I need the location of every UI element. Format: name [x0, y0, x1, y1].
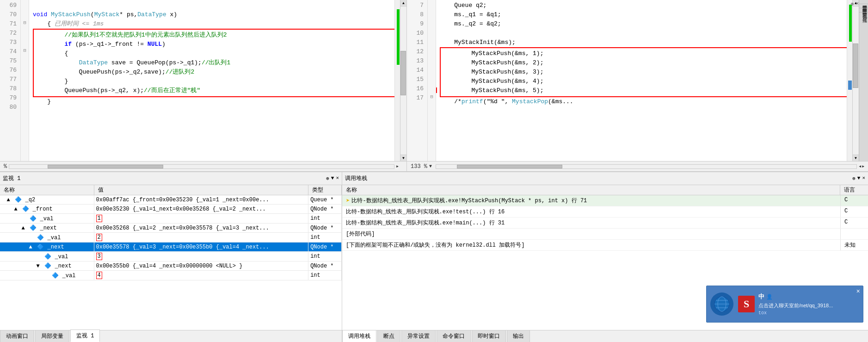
callstack-lang-5: 未知	[840, 240, 868, 250]
notif-close-btn[interactable]: ×	[856, 288, 860, 295]
callstack-row-1[interactable]: ➤ 比特-数据结构_线性表_用队列实现栈.exe!MyStackPush(MyS…	[342, 195, 868, 206]
tab-animation[interactable]: 动画窗口	[0, 330, 34, 342]
close-icon-right[interactable]: ×	[856, 1, 859, 7]
sidebar-item-class[interactable]: 类视图	[859, 8, 868, 12]
watch-type-next3: QNode *	[308, 261, 342, 271]
watch-col-name: 名称	[0, 185, 94, 195]
watch-name-val4: 🔷 _val	[0, 271, 94, 280]
callstack-panel: 调用堆栈 ⊕ ▼ × 名称 语言 ➤ 比特-数据结构_线性表_用队列实现栈.ex…	[342, 171, 868, 342]
hscroll-thumb-left[interactable]	[48, 165, 163, 168]
zoom-dropdown-right[interactable]: ▼	[429, 164, 432, 169]
collapse-icon-73[interactable]: ⊟	[21, 46, 29, 56]
expand-front[interactable]: ▲	[12, 206, 19, 212]
green-indicator	[397, 9, 400, 65]
watch-value-q2: 0x00aff7ac {_front=0x00e35230 {_val=1 _n…	[94, 195, 308, 205]
status-bar-left: % ►	[0, 161, 406, 171]
hscroll-thumb-right[interactable]	[457, 165, 562, 168]
tab-exceptions[interactable]: 异常设置	[401, 330, 436, 342]
callstack-row-2[interactable]: 比特-数据结构_线性表_用队列实现栈.exe!test(...) 行 16 C	[342, 206, 868, 218]
hscroll-left-right[interactable]: ◄	[859, 164, 861, 168]
tab-callstack[interactable]: 调用堆栈	[342, 330, 376, 342]
notif-icon-bg	[710, 292, 733, 316]
table-row[interactable]: 🔷 _val 3 int	[0, 252, 342, 261]
watch-close-icon[interactable]: ×	[336, 175, 339, 181]
callstack-pin-icon[interactable]: ⊕	[852, 175, 856, 181]
watch-name-val2: 🔷 _val	[0, 233, 94, 243]
callstack-lang-3: C	[840, 218, 868, 228]
watch-name-q2: ▲ 🔷 _q2	[0, 195, 94, 205]
tab-watch1[interactable]: 监视 1	[70, 330, 100, 342]
tab-immediate[interactable]: 即时窗口	[472, 330, 506, 342]
sidebar-item-props[interactable]: 属性	[859, 12, 868, 16]
watch-value-val3: 3	[94, 252, 308, 261]
hscroll-left[interactable]	[9, 164, 394, 169]
table-row[interactable]: 🔷 _val 4 int	[0, 271, 342, 280]
hscroll-right-right[interactable]: ►	[862, 164, 864, 168]
code-panel-left: 69 70 71 72 73 74 75 76 77 78 79 80 ⊟ ⊟	[0, 0, 407, 171]
green-indicator-right	[849, 5, 852, 42]
callstack-row-4[interactable]: [外部代码]	[342, 229, 868, 240]
callstack-lang-1: C	[840, 195, 868, 206]
callstack-arrow-icon[interactable]: ▼	[857, 175, 861, 181]
code-line-77: }	[36, 77, 394, 86]
table-row[interactable]: ▲ 🔷 _next 0x00e35578 {_val=3 _next=0x00e…	[0, 243, 342, 252]
tab-command[interactable]: 命令窗口	[437, 330, 471, 342]
sidebar-item-team[interactable]: 团队资源管理器	[859, 4, 868, 8]
watch-type-q2: Queue *	[308, 195, 342, 205]
expand-q2[interactable]: ▲	[5, 197, 12, 203]
code-content-left[interactable]: void MyStackPush(MyStack* ps,DataType x)…	[29, 0, 400, 161]
hscroll-right[interactable]	[436, 164, 857, 169]
code-line-74: {	[36, 49, 394, 58]
callstack-col-name: 名称	[342, 185, 840, 195]
vscroll-right[interactable]: ▲ ▼	[852, 0, 859, 161]
scroll-track-right	[853, 6, 859, 155]
table-row[interactable]: ▲ 🔷 _q2 0x00aff7ac {_front=0x00e35230 {_…	[0, 195, 342, 205]
tab-breakpoints[interactable]: 断点	[377, 330, 400, 342]
scroll-thumb-right[interactable]	[853, 44, 858, 88]
hscroll-right-left[interactable]: ►	[396, 164, 403, 168]
table-row[interactable]: ▼ 🔷 _next 0x00e355b0 {_val=4 _next=0x000…	[0, 261, 342, 271]
code-line-r10	[440, 29, 849, 38]
table-row[interactable]: ▲ 🔷 _front 0x00e35230 {_val=1_next=0x00e…	[0, 205, 342, 214]
globe-icon	[714, 296, 730, 312]
expand-next3[interactable]: ▼	[35, 263, 41, 269]
watch-arrow-icon[interactable]: ▼	[331, 175, 334, 181]
callstack-row-5[interactable]: [下面的框架可能不正确和/或缺失，没有为 kernel32.dll 加载符号] …	[342, 240, 868, 251]
collapse-icon-70[interactable]: ⊟	[21, 19, 29, 28]
callstack-lang-4	[840, 229, 868, 239]
code-line-r15: MyStackPush(&ms, 4);	[443, 77, 846, 86]
callstack-title-text: 调用堆栈	[345, 174, 367, 182]
callstack-close-icon[interactable]: ×	[862, 175, 865, 181]
code-line-73: if (ps->_q1->_front != NULL)	[36, 40, 394, 49]
status-bar-right: 133 % ▼ ◄ ►	[407, 161, 868, 171]
scroll-up-left[interactable]: ▲	[400, 0, 406, 6]
collapse-icon-17[interactable]: ⊟	[428, 93, 436, 102]
expand-next2[interactable]: ▲	[27, 244, 34, 250]
watch-pin-icon[interactable]: ⊕	[326, 175, 329, 181]
code-line-r14: MyStackPush(&ms, 3);	[443, 68, 846, 77]
watch-value-val4: 4	[94, 271, 308, 280]
pin-icon-right[interactable]: ⊕	[851, 1, 854, 7]
code-line-75: DataType save = QueuePop(ps->_q1);//出队列1	[36, 58, 394, 68]
sidebar-item-explorer[interactable]: 解决方案资源管理器	[859, 0, 868, 4]
blue-thumb-right[interactable]	[848, 81, 852, 90]
scroll-track-left	[400, 6, 406, 155]
vscroll-left[interactable]: ▲ ▼	[400, 0, 406, 161]
table-row[interactable]: ▲ 🔷 _next 0x00e35268 {_val=2 _next=0x00e…	[0, 224, 342, 233]
watch-panel-tabs: 动画窗口 局部变量 监视 1	[0, 330, 342, 342]
callstack-row-3[interactable]: 比特-数据结构_线性表_用队列实现栈.exe!main(...) 行 31 C	[342, 218, 868, 229]
tab-output[interactable]: 输出	[507, 330, 530, 342]
scroll-down-right[interactable]: ▼	[853, 155, 859, 161]
table-row[interactable]: 🔷 _val 2 int	[0, 233, 342, 243]
code-content-right[interactable]: Queue q2; ms._q1 = &q1; ms._q2 = &q2; My…	[436, 0, 852, 161]
table-row[interactable]: 🔷 _val 1 int	[0, 214, 342, 224]
scroll-thumb-left[interactable]	[400, 51, 406, 95]
line-numbers-right: 7 8 9 10 11 12 13 14 15 16 17	[407, 0, 428, 161]
expand-val3	[35, 254, 41, 260]
scroll-down-left[interactable]: ▼	[400, 155, 406, 161]
tab-locals[interactable]: 局部变量	[35, 330, 69, 342]
watch-table[interactable]: 名称 值 类型 ▲ 🔷 _q2 0x00aff7ac {_front=0x00e…	[0, 185, 342, 330]
code-line-78: QueuePush(ps->_q2, x);//而后在正常进"栈"	[36, 86, 394, 95]
expand-next1[interactable]: ▲	[20, 225, 26, 231]
callstack-controls: ⊕ ▼ ×	[852, 175, 865, 181]
